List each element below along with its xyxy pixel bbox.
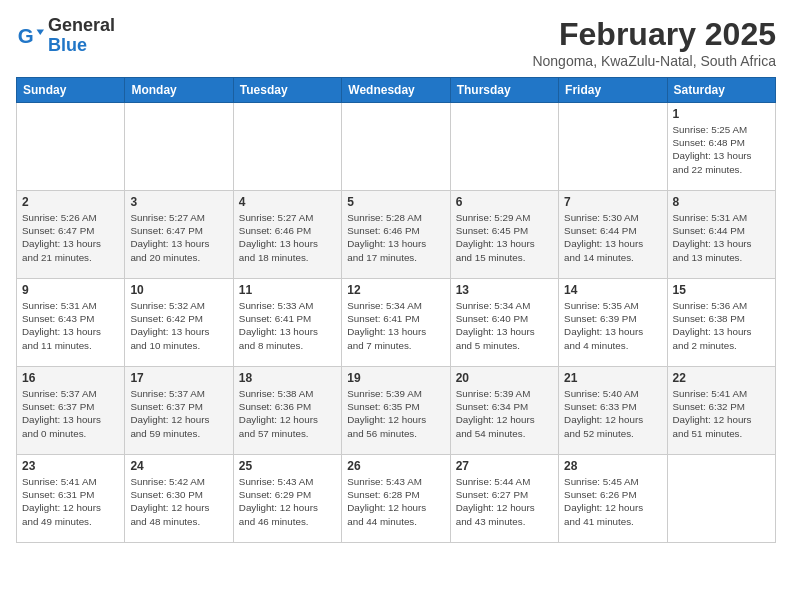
day-cell: 22Sunrise: 5:41 AM Sunset: 6:32 PM Dayli… bbox=[667, 367, 775, 455]
day-number: 18 bbox=[239, 371, 336, 385]
day-number: 23 bbox=[22, 459, 119, 473]
title-block: February 2025 Nongoma, KwaZulu-Natal, So… bbox=[532, 16, 776, 69]
day-number: 8 bbox=[673, 195, 770, 209]
day-info: Sunrise: 5:27 AM Sunset: 6:47 PM Dayligh… bbox=[130, 211, 227, 264]
calendar-title: February 2025 bbox=[532, 16, 776, 53]
day-info: Sunrise: 5:27 AM Sunset: 6:46 PM Dayligh… bbox=[239, 211, 336, 264]
day-number: 4 bbox=[239, 195, 336, 209]
day-info: Sunrise: 5:43 AM Sunset: 6:29 PM Dayligh… bbox=[239, 475, 336, 528]
day-info: Sunrise: 5:39 AM Sunset: 6:34 PM Dayligh… bbox=[456, 387, 553, 440]
day-cell: 4Sunrise: 5:27 AM Sunset: 6:46 PM Daylig… bbox=[233, 191, 341, 279]
day-cell: 27Sunrise: 5:44 AM Sunset: 6:27 PM Dayli… bbox=[450, 455, 558, 543]
day-cell: 12Sunrise: 5:34 AM Sunset: 6:41 PM Dayli… bbox=[342, 279, 450, 367]
header-cell-friday: Friday bbox=[559, 78, 667, 103]
header-cell-sunday: Sunday bbox=[17, 78, 125, 103]
day-info: Sunrise: 5:36 AM Sunset: 6:38 PM Dayligh… bbox=[673, 299, 770, 352]
day-info: Sunrise: 5:37 AM Sunset: 6:37 PM Dayligh… bbox=[130, 387, 227, 440]
day-cell: 26Sunrise: 5:43 AM Sunset: 6:28 PM Dayli… bbox=[342, 455, 450, 543]
day-info: Sunrise: 5:43 AM Sunset: 6:28 PM Dayligh… bbox=[347, 475, 444, 528]
day-number: 1 bbox=[673, 107, 770, 121]
day-info: Sunrise: 5:40 AM Sunset: 6:33 PM Dayligh… bbox=[564, 387, 661, 440]
header-row: SundayMondayTuesdayWednesdayThursdayFrid… bbox=[17, 78, 776, 103]
header-cell-wednesday: Wednesday bbox=[342, 78, 450, 103]
day-cell bbox=[342, 103, 450, 191]
day-cell bbox=[125, 103, 233, 191]
calendar-header: SundayMondayTuesdayWednesdayThursdayFrid… bbox=[17, 78, 776, 103]
day-info: Sunrise: 5:41 AM Sunset: 6:32 PM Dayligh… bbox=[673, 387, 770, 440]
day-info: Sunrise: 5:29 AM Sunset: 6:45 PM Dayligh… bbox=[456, 211, 553, 264]
day-cell: 14Sunrise: 5:35 AM Sunset: 6:39 PM Dayli… bbox=[559, 279, 667, 367]
day-number: 14 bbox=[564, 283, 661, 297]
day-number: 11 bbox=[239, 283, 336, 297]
day-number: 6 bbox=[456, 195, 553, 209]
day-number: 3 bbox=[130, 195, 227, 209]
week-row-4: 16Sunrise: 5:37 AM Sunset: 6:37 PM Dayli… bbox=[17, 367, 776, 455]
logo-text: General Blue bbox=[48, 16, 115, 56]
day-cell: 20Sunrise: 5:39 AM Sunset: 6:34 PM Dayli… bbox=[450, 367, 558, 455]
day-info: Sunrise: 5:39 AM Sunset: 6:35 PM Dayligh… bbox=[347, 387, 444, 440]
day-info: Sunrise: 5:26 AM Sunset: 6:47 PM Dayligh… bbox=[22, 211, 119, 264]
day-cell: 1Sunrise: 5:25 AM Sunset: 6:48 PM Daylig… bbox=[667, 103, 775, 191]
day-number: 5 bbox=[347, 195, 444, 209]
week-row-3: 9Sunrise: 5:31 AM Sunset: 6:43 PM Daylig… bbox=[17, 279, 776, 367]
day-info: Sunrise: 5:33 AM Sunset: 6:41 PM Dayligh… bbox=[239, 299, 336, 352]
header-cell-monday: Monday bbox=[125, 78, 233, 103]
day-info: Sunrise: 5:37 AM Sunset: 6:37 PM Dayligh… bbox=[22, 387, 119, 440]
day-number: 20 bbox=[456, 371, 553, 385]
logo-icon: G bbox=[16, 22, 44, 50]
day-cell: 16Sunrise: 5:37 AM Sunset: 6:37 PM Dayli… bbox=[17, 367, 125, 455]
day-cell: 19Sunrise: 5:39 AM Sunset: 6:35 PM Dayli… bbox=[342, 367, 450, 455]
day-cell: 25Sunrise: 5:43 AM Sunset: 6:29 PM Dayli… bbox=[233, 455, 341, 543]
day-info: Sunrise: 5:31 AM Sunset: 6:44 PM Dayligh… bbox=[673, 211, 770, 264]
day-cell: 2Sunrise: 5:26 AM Sunset: 6:47 PM Daylig… bbox=[17, 191, 125, 279]
day-number: 9 bbox=[22, 283, 119, 297]
day-number: 24 bbox=[130, 459, 227, 473]
calendar-table: SundayMondayTuesdayWednesdayThursdayFrid… bbox=[16, 77, 776, 543]
header-cell-tuesday: Tuesday bbox=[233, 78, 341, 103]
day-cell: 28Sunrise: 5:45 AM Sunset: 6:26 PM Dayli… bbox=[559, 455, 667, 543]
week-row-1: 1Sunrise: 5:25 AM Sunset: 6:48 PM Daylig… bbox=[17, 103, 776, 191]
day-number: 17 bbox=[130, 371, 227, 385]
day-info: Sunrise: 5:32 AM Sunset: 6:42 PM Dayligh… bbox=[130, 299, 227, 352]
day-number: 12 bbox=[347, 283, 444, 297]
day-info: Sunrise: 5:28 AM Sunset: 6:46 PM Dayligh… bbox=[347, 211, 444, 264]
logo: G General Blue bbox=[16, 16, 115, 56]
day-cell: 18Sunrise: 5:38 AM Sunset: 6:36 PM Dayli… bbox=[233, 367, 341, 455]
day-number: 26 bbox=[347, 459, 444, 473]
svg-marker-1 bbox=[37, 29, 44, 35]
day-number: 28 bbox=[564, 459, 661, 473]
day-cell bbox=[667, 455, 775, 543]
day-info: Sunrise: 5:41 AM Sunset: 6:31 PM Dayligh… bbox=[22, 475, 119, 528]
day-number: 21 bbox=[564, 371, 661, 385]
day-number: 7 bbox=[564, 195, 661, 209]
day-info: Sunrise: 5:45 AM Sunset: 6:26 PM Dayligh… bbox=[564, 475, 661, 528]
day-info: Sunrise: 5:30 AM Sunset: 6:44 PM Dayligh… bbox=[564, 211, 661, 264]
day-number: 25 bbox=[239, 459, 336, 473]
day-number: 15 bbox=[673, 283, 770, 297]
day-cell: 7Sunrise: 5:30 AM Sunset: 6:44 PM Daylig… bbox=[559, 191, 667, 279]
page-header: G General Blue February 2025 Nongoma, Kw… bbox=[16, 16, 776, 69]
day-cell: 17Sunrise: 5:37 AM Sunset: 6:37 PM Dayli… bbox=[125, 367, 233, 455]
logo-general: General bbox=[48, 15, 115, 35]
day-cell: 8Sunrise: 5:31 AM Sunset: 6:44 PM Daylig… bbox=[667, 191, 775, 279]
logo-blue: Blue bbox=[48, 35, 87, 55]
day-cell bbox=[233, 103, 341, 191]
day-number: 13 bbox=[456, 283, 553, 297]
day-cell: 3Sunrise: 5:27 AM Sunset: 6:47 PM Daylig… bbox=[125, 191, 233, 279]
day-number: 10 bbox=[130, 283, 227, 297]
day-cell: 5Sunrise: 5:28 AM Sunset: 6:46 PM Daylig… bbox=[342, 191, 450, 279]
header-cell-saturday: Saturday bbox=[667, 78, 775, 103]
day-info: Sunrise: 5:42 AM Sunset: 6:30 PM Dayligh… bbox=[130, 475, 227, 528]
day-cell: 21Sunrise: 5:40 AM Sunset: 6:33 PM Dayli… bbox=[559, 367, 667, 455]
day-number: 2 bbox=[22, 195, 119, 209]
day-cell: 10Sunrise: 5:32 AM Sunset: 6:42 PM Dayli… bbox=[125, 279, 233, 367]
week-row-2: 2Sunrise: 5:26 AM Sunset: 6:47 PM Daylig… bbox=[17, 191, 776, 279]
day-cell: 6Sunrise: 5:29 AM Sunset: 6:45 PM Daylig… bbox=[450, 191, 558, 279]
day-info: Sunrise: 5:31 AM Sunset: 6:43 PM Dayligh… bbox=[22, 299, 119, 352]
header-cell-thursday: Thursday bbox=[450, 78, 558, 103]
day-cell: 11Sunrise: 5:33 AM Sunset: 6:41 PM Dayli… bbox=[233, 279, 341, 367]
calendar-body: 1Sunrise: 5:25 AM Sunset: 6:48 PM Daylig… bbox=[17, 103, 776, 543]
svg-text:G: G bbox=[18, 23, 34, 46]
day-cell bbox=[17, 103, 125, 191]
day-number: 19 bbox=[347, 371, 444, 385]
